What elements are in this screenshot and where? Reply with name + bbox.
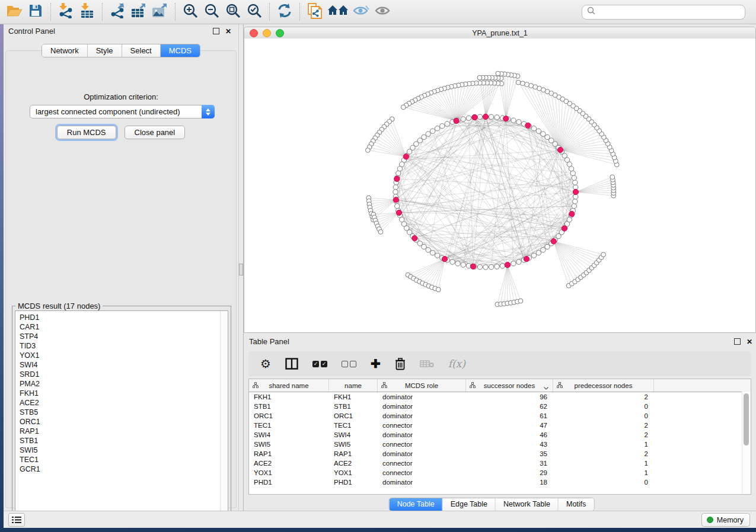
scrollbar-thumb[interactable] [744,393,749,446]
zoom-fit-icon [225,3,241,21]
table-row[interactable]: SWI4SWI4dominator462 [249,430,751,440]
zoom-out-button[interactable] [201,2,222,21]
mcds-result-list[interactable]: PHD1CAR1STP4TID3YOX1SWI4SRD1PMA2FKH1ACE2… [15,310,228,521]
mcds-list-scrollbar[interactable] [220,311,228,520]
select-all-columns-button[interactable]: ✓✓ [312,356,327,371]
table-row[interactable]: RAP1RAP1dominator352 [249,449,751,459]
column-header-MCDS-role[interactable]: MCDS role [378,379,466,392]
mcds-node-item[interactable]: FKH1 [20,389,228,398]
mcds-node-item[interactable]: PHD1 [20,313,228,322]
mcds-node-item[interactable]: ACE2 [20,398,228,408]
mcds-node-item[interactable]: SWI4 [20,360,228,370]
table-row[interactable]: FKH1FKH1dominator962 [249,392,751,402]
save-session-button[interactable] [25,2,46,21]
close-table-panel-icon[interactable]: ✕ [747,339,752,345]
cell-predecessor-nodes: 1 [553,441,654,448]
refresh-button[interactable] [274,2,295,21]
run-mcds-button[interactable]: Run MCDS [57,126,116,139]
column-header-successor-nodes[interactable]: successor nodes [466,379,553,392]
split-view-button[interactable] [285,356,298,371]
mcds-node-item[interactable]: RAP1 [20,427,228,436]
task-history-button[interactable] [8,513,25,527]
export-network-button[interactable] [107,2,128,21]
column-label: MCDS role [405,382,438,389]
add-column-button[interactable]: ✚ [371,356,381,371]
import-network-button[interactable] [55,2,76,21]
mcds-node-item[interactable]: PMA2 [20,379,228,389]
table-row[interactable]: STB1STB1dominator620 [249,402,751,411]
network-window-titlebar[interactable]: YPA_prune.txt_1 [244,27,755,39]
zoom-selected-button[interactable] [244,2,265,21]
tab-select[interactable]: Select [122,44,161,57]
cell-shared-name: FKH1 [249,393,329,400]
table-row[interactable]: YOX1YOX1connector291 [249,468,751,477]
hide-selected-button[interactable] [350,2,372,21]
mcds-node-item[interactable]: STB1 [20,436,228,446]
network-window-title: YPA_prune.txt_1 [244,29,755,37]
tab-node-table[interactable]: Node Table [390,498,443,511]
optimization-criterion-dropdown[interactable]: largest connected component (undirected) [30,105,215,118]
splitter-grip[interactable] [239,264,243,275]
duplicate-network-button[interactable] [304,2,326,21]
mcds-node-item[interactable]: TEC1 [20,455,228,464]
column-settings-button[interactable]: ⚙ [260,356,271,371]
table-body: FKH1FKH1dominator962STB1STB1dominator620… [249,392,751,487]
memory-button[interactable]: Memory [701,513,750,527]
column-label: shared name [269,382,308,389]
eye-slash-icon [353,4,369,20]
table-row[interactable]: PHD1PHD1dominator180 [249,477,751,487]
show-all-button[interactable] [372,2,393,21]
cell-name: YOX1 [329,469,378,476]
global-search-field[interactable] [582,5,745,20]
close-panel-button[interactable]: Close panel [125,126,186,139]
close-panel-icon[interactable]: ✕ [225,28,231,34]
home-layouts-icon[interactable] [326,2,350,21]
column-header-predecessor-nodes[interactable]: predecessor nodes [553,379,654,392]
export-table-button[interactable] [128,2,149,21]
table-row[interactable]: ORC1ORC1dominator610 [249,411,751,421]
table-row[interactable]: SWI5SWI5connector431 [249,440,751,449]
mcds-node-item[interactable]: SWI5 [20,446,228,455]
column-type-icon [470,382,476,389]
table-panel-title: Table Panel [249,337,289,346]
mcds-node-item[interactable]: GCR1 [20,464,228,474]
tab-network[interactable]: Network [42,44,88,57]
mcds-node-item[interactable]: STB5 [20,408,228,417]
tab-network-table[interactable]: Network Table [496,498,559,511]
tab-edge-table[interactable]: Edge Table [443,498,496,511]
deselect-all-columns-button[interactable] [342,356,356,371]
delete-table-button[interactable] [420,356,434,371]
table-row[interactable]: TEC1TEC1connector472 [249,421,751,430]
tab-mcds[interactable]: MCDS [161,44,200,57]
cell-predecessor-nodes: 0 [553,412,654,419]
mcds-node-item[interactable]: STP4 [20,332,228,341]
mcds-node-item[interactable]: YOX1 [20,351,228,360]
import-table-button[interactable] [76,2,98,21]
network-canvas[interactable] [244,39,755,332]
mcds-node-item[interactable]: TID3 [20,341,228,351]
cell-MCDS-role: dominator [378,450,466,457]
search-input[interactable] [598,7,745,17]
table-scrollbar[interactable] [742,392,751,494]
zoom-in-button[interactable] [180,2,201,21]
column-header-name[interactable]: name [329,379,378,392]
tab-motifs[interactable]: Motifs [559,498,594,511]
cell-name: RAP1 [329,450,378,457]
mcds-node-item[interactable]: CAR1 [20,322,228,332]
column-header-shared-name[interactable]: shared name [249,379,329,392]
tab-style[interactable]: Style [88,44,122,57]
vertical-splitter[interactable] [238,24,244,511]
open-file-button[interactable] [4,2,25,21]
float-panel-icon[interactable] [213,28,219,34]
function-builder-button[interactable]: f(x) [448,356,465,371]
cell-successor-nodes: 31 [466,460,553,467]
network-graph[interactable] [244,39,755,332]
mcds-node-item[interactable]: ORC1 [20,417,228,427]
cell-successor-nodes: 62 [466,403,553,410]
zoom-fit-button[interactable] [222,2,244,21]
mcds-node-item[interactable]: SRD1 [20,370,228,379]
table-row[interactable]: ACE2ACE2connector311 [249,459,751,468]
delete-column-button[interactable] [395,356,406,371]
export-image-button[interactable] [149,2,171,21]
float-table-panel-icon[interactable] [734,338,741,345]
